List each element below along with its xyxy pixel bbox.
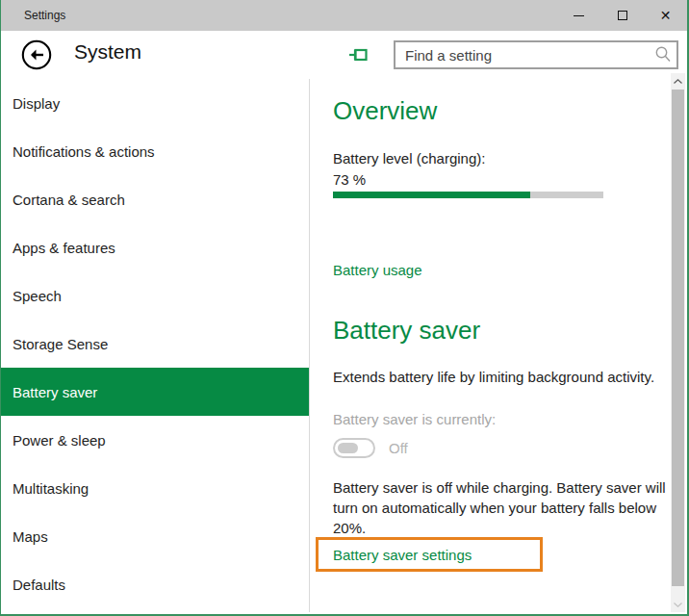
title-bar: Settings ✕	[1, 0, 687, 31]
battery-saver-toggle-row: Off	[333, 438, 408, 458]
back-arrow-icon	[21, 39, 52, 70]
battery-saver-settings-link[interactable]: Battery saver settings	[319, 547, 472, 563]
sidebar-item-defaults[interactable]: Defaults	[1, 560, 309, 608]
sidebar-item-display[interactable]: Display	[1, 79, 309, 127]
close-icon: ✕	[660, 9, 672, 22]
battery-usage-link[interactable]: Battery usage	[333, 262, 422, 278]
toggle-state-label: Off	[389, 440, 408, 456]
sidebar-item-storage-sense[interactable]: Storage Sense	[1, 320, 309, 368]
battery-level-label: Battery level (charging):	[333, 150, 485, 167]
toggle-knob-icon	[338, 443, 358, 453]
sidebar-item-power-sleep[interactable]: Power & sleep	[1, 416, 309, 464]
close-button[interactable]: ✕	[644, 0, 687, 31]
scrollbar[interactable]	[671, 73, 685, 612]
window-title: Settings	[1, 9, 557, 22]
minimize-icon	[574, 15, 584, 16]
scrollbar-thumb[interactable]	[672, 90, 684, 586]
maximize-icon	[618, 11, 627, 20]
page-header: System	[1, 31, 687, 79]
minimize-button[interactable]	[557, 0, 600, 31]
page-title: System	[74, 40, 141, 64]
battery-saver-heading: Battery saver	[333, 316, 480, 346]
pin-icon[interactable]	[348, 46, 370, 67]
battery-saver-description: Extends battery life by limiting backgro…	[333, 369, 654, 385]
settings-window: Settings ✕ System	[0, 0, 689, 616]
highlight-box: Battery saver settings	[316, 537, 543, 572]
scroll-up-button[interactable]	[671, 73, 685, 89]
battery-saver-note: Battery saver is off while charging. Bat…	[333, 477, 668, 538]
chevron-up-icon	[674, 79, 682, 84]
main-content: Overview Battery level (charging): 73 % …	[310, 79, 671, 612]
sidebar-item-multitasking[interactable]: Multitasking	[1, 464, 309, 512]
battery-percent-value: 73 %	[333, 171, 366, 188]
sidebar-item-apps-features[interactable]: Apps & features	[1, 223, 309, 271]
battery-saver-status-label: Battery saver is currently:	[333, 411, 496, 427]
overview-heading: Overview	[333, 96, 437, 126]
scroll-down-button[interactable]	[671, 597, 685, 612]
sidebar-item-notifications-actions[interactable]: Notifications & actions	[1, 127, 309, 175]
search-input[interactable]	[394, 40, 678, 69]
sidebar-item-speech[interactable]: Speech	[1, 271, 309, 320]
sidebar-item-cortana-search[interactable]: Cortana & search	[1, 175, 309, 223]
sidebar-item-battery-saver[interactable]: Battery saver	[1, 368, 309, 416]
battery-progress-fill	[333, 192, 530, 198]
back-button[interactable]	[21, 39, 52, 70]
sidebar: Display Notifications & actions Cortana …	[1, 79, 309, 612]
chevron-down-icon	[674, 603, 682, 607]
search-icon	[654, 46, 672, 64]
battery-progress-bar	[333, 192, 603, 198]
search-box	[394, 40, 678, 69]
sidebar-item-maps[interactable]: Maps	[1, 512, 309, 560]
battery-saver-toggle[interactable]	[333, 438, 375, 458]
maximize-button[interactable]	[600, 0, 644, 31]
